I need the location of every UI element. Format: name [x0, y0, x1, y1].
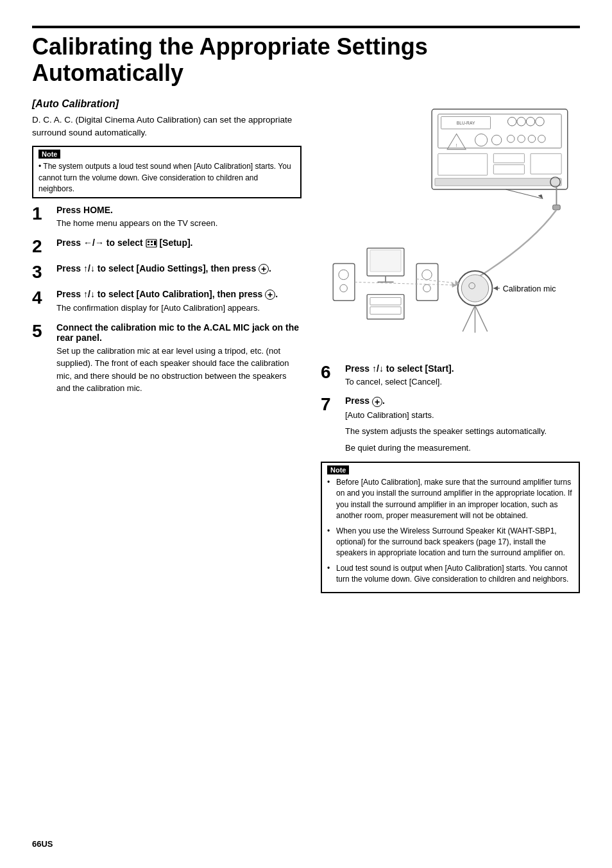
svg-rect-48: [370, 297, 401, 305]
step-1: 1 Press HOME. The home menu appears on t…: [32, 205, 302, 230]
svg-line-37: [475, 306, 487, 331]
svg-point-19: [518, 135, 525, 143]
svg-point-43: [340, 284, 348, 292]
svg-text:Calibration mic: Calibration mic: [503, 284, 556, 293]
svg-rect-24: [493, 164, 524, 173]
svg-point-18: [507, 135, 514, 143]
note-list-2: Before [Auto Calibration], make sure tha…: [327, 477, 574, 586]
step-4: 4 Press ↑/↓ to select [Auto Calibration]…: [32, 289, 302, 315]
step-3: 3 Press ↑/↓ to select [Audio Settings], …: [32, 263, 302, 281]
circled-plus-3: +: [259, 264, 269, 274]
svg-rect-22: [438, 153, 488, 175]
step-6-content: Press ↑/↓ to select [Start]. To cancel, …: [345, 363, 580, 388]
note-box-2: Note Before [Auto Calibration], make sur…: [321, 462, 580, 593]
note-label-1: Note: [38, 150, 60, 159]
page-footer: 66US: [32, 839, 53, 849]
page: Calibrating the Appropriate Settings Aut…: [0, 0, 612, 868]
svg-rect-44: [416, 263, 438, 300]
svg-rect-23: [493, 153, 524, 162]
note-list-item: When you use the Wireless Surround Speak…: [327, 526, 574, 559]
intro-text: D. C. A. C. (Digital Cinema Auto Calibra…: [32, 114, 302, 140]
svg-line-30: [506, 189, 543, 198]
step-6: 6 Press ↑/↓ to select [Start]. To cancel…: [321, 363, 580, 388]
step-1-content: Press HOME. The home menu appears on the…: [56, 205, 302, 230]
svg-rect-41: [333, 263, 355, 300]
calibration-diagram: BLU-RAY !: [321, 98, 580, 349]
step-5-title: Connect the calibration mic to the A.CAL…: [56, 322, 302, 343]
step-4-content: Press ↑/↓ to select [Auto Calibration], …: [56, 289, 302, 315]
step-7-title: Press +.: [345, 395, 580, 406]
diagram-area: BLU-RAY !: [321, 98, 580, 351]
step-1-title: Press HOME.: [56, 205, 302, 215]
step-7: 7 Press +. [Auto Calibration] starts. Th…: [321, 395, 580, 454]
step-5-content: Connect the calibration mic to the A.CAL…: [56, 322, 302, 395]
svg-rect-3: [148, 244, 149, 245]
step-5: 5 Connect the calibration mic to the A.C…: [32, 322, 302, 395]
svg-rect-25: [531, 153, 561, 174]
svg-rect-2: [151, 241, 153, 243]
left-column: [Auto Calibration] D. C. A. C. (Digital …: [32, 98, 302, 600]
step-2-title: Press ←/→ to select [Setup].: [56, 238, 302, 248]
svg-point-42: [339, 270, 348, 279]
svg-text:!: !: [456, 143, 457, 148]
section-heading: [Auto Calibration]: [32, 98, 302, 110]
step-2-content: Press ←/→ to select [Setup].: [56, 238, 302, 250]
step-4-title: Press ↑/↓ to select [Auto Calibration], …: [56, 289, 302, 300]
step-6-num: 6: [321, 363, 339, 381]
svg-rect-51: [370, 250, 401, 272]
svg-point-11: [517, 117, 525, 125]
note-list-item: Before [Auto Calibration], make sure tha…: [327, 477, 574, 522]
svg-rect-49: [370, 307, 401, 315]
svg-point-10: [507, 117, 516, 125]
svg-point-46: [423, 284, 431, 292]
svg-point-16: [475, 134, 487, 146]
svg-rect-26: [435, 178, 561, 186]
circled-plus-7: +: [372, 397, 382, 407]
svg-point-12: [526, 117, 534, 125]
two-column-layout: [Auto Calibration] D. C. A. C. (Digital …: [32, 98, 580, 600]
step-3-num: 3: [32, 263, 50, 281]
step-1-body: The home menu appears on the TV screen.: [56, 217, 302, 230]
step-7-body2: The system adjusts the speaker settings …: [345, 425, 580, 438]
step-6-title: Press ↑/↓ to select [Start].: [345, 363, 580, 374]
circled-plus-4: +: [265, 290, 275, 300]
svg-rect-4: [151, 244, 153, 245]
right-column: BLU-RAY !: [321, 98, 580, 600]
step-1-num: 1: [32, 205, 50, 223]
note-text-1: • The system outputs a loud test sound w…: [38, 161, 295, 195]
step-2-num: 2: [32, 238, 50, 256]
svg-line-54: [355, 282, 457, 285]
top-border: [32, 26, 580, 28]
right-steps: 6 Press ↑/↓ to select [Start]. To cancel…: [321, 363, 580, 593]
svg-marker-40: [493, 286, 498, 291]
step-6-body: To cancel, select [Cancel].: [345, 376, 580, 388]
page-title: Calibrating the Appropriate Settings Aut…: [32, 33, 580, 87]
step-7-body3: Be quiet during the measurement.: [345, 442, 580, 455]
svg-line-35: [463, 306, 475, 331]
svg-point-33: [461, 275, 488, 302]
svg-text:BLU-RAY: BLU-RAY: [457, 121, 475, 125]
note-box-1: Note • The system outputs a loud test so…: [32, 146, 302, 198]
svg-point-45: [422, 270, 432, 279]
note-list-item: Loud test sound is output when [Auto Cal…: [327, 563, 574, 586]
step-7-content: Press +. [Auto Calibration] starts. The …: [345, 395, 580, 454]
step-3-content: Press ↑/↓ to select [Audio Settings], th…: [56, 263, 302, 276]
svg-point-17: [491, 135, 501, 144]
step-2: 2 Press ←/→ to select [Setup].: [32, 238, 302, 256]
setup-icon: [146, 238, 157, 248]
step-7-body1: [Auto Calibration] starts.: [345, 409, 580, 422]
svg-rect-29: [553, 205, 561, 210]
step-5-body: Set up the calibration mic at ear level …: [56, 345, 302, 395]
svg-point-13: [536, 117, 544, 125]
step-7-num: 7: [321, 395, 339, 413]
step-5-num: 5: [32, 322, 50, 340]
step-4-body: The confirmation display for [Auto Calib…: [56, 302, 302, 315]
step-4-num: 4: [32, 289, 50, 307]
note-label-2: Note: [327, 465, 349, 474]
step-3-title: Press ↑/↓ to select [Audio Settings], th…: [56, 263, 302, 274]
svg-rect-1: [148, 241, 149, 243]
svg-point-20: [528, 135, 536, 143]
svg-rect-5: [154, 241, 156, 245]
svg-point-21: [538, 135, 546, 143]
